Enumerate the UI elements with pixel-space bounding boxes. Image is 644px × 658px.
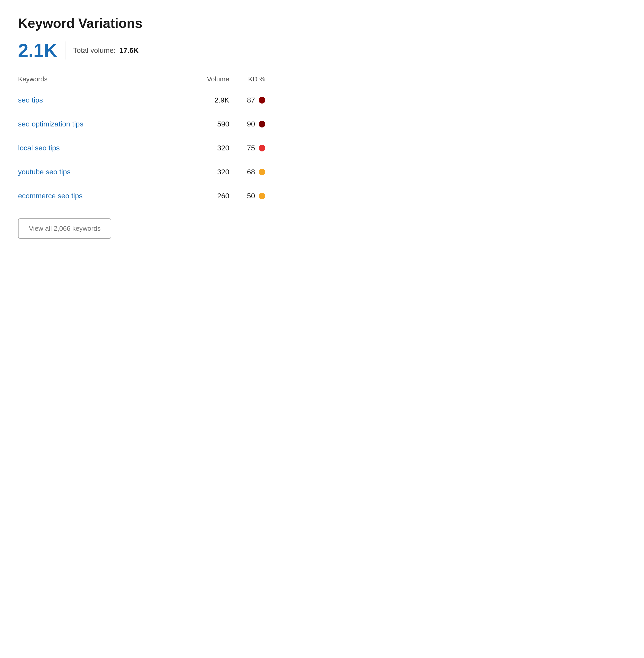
- total-volume-container: Total volume: 17.6K: [73, 46, 139, 54]
- kd-cell: 75: [229, 144, 265, 152]
- kd-difficulty-dot: [259, 121, 265, 127]
- keyword-link[interactable]: seo tips: [18, 96, 188, 104]
- kd-value: 50: [247, 192, 255, 200]
- keyword-link[interactable]: seo optimization tips: [18, 120, 188, 128]
- kd-value: 90: [247, 120, 255, 128]
- keyword-count: 2.1K: [18, 41, 57, 60]
- kd-cell: 90: [229, 120, 265, 128]
- col-header-kd: KD %: [229, 75, 265, 83]
- summary-row: 2.1K Total volume: 17.6K: [18, 41, 265, 60]
- keywords-table: Keywords Volume KD % seo tips2.9K87seo o…: [18, 73, 265, 208]
- volume-cell: 260: [188, 192, 229, 200]
- volume-cell: 2.9K: [188, 96, 229, 104]
- kd-difficulty-dot: [259, 193, 265, 199]
- page-title: Keyword Variations: [18, 16, 265, 31]
- volume-cell: 590: [188, 120, 229, 128]
- total-volume-label: Total volume:: [73, 46, 116, 54]
- table-row: local seo tips32075: [18, 136, 265, 160]
- kd-value: 68: [247, 168, 255, 176]
- view-all-keywords-button[interactable]: View all 2,066 keywords: [18, 218, 111, 239]
- table-row: youtube seo tips32068: [18, 160, 265, 184]
- kd-difficulty-dot: [259, 169, 265, 175]
- kd-cell: 68: [229, 168, 265, 176]
- kd-cell: 50: [229, 192, 265, 200]
- table-row: seo optimization tips59090: [18, 112, 265, 136]
- keyword-link[interactable]: local seo tips: [18, 144, 188, 152]
- table-header: Keywords Volume KD %: [18, 73, 265, 88]
- col-header-keywords: Keywords: [18, 75, 188, 83]
- keyword-link[interactable]: ecommerce seo tips: [18, 192, 188, 200]
- volume-cell: 320: [188, 168, 229, 176]
- volume-cell: 320: [188, 144, 229, 152]
- kd-value: 75: [247, 144, 255, 152]
- table-body: seo tips2.9K87seo optimization tips59090…: [18, 88, 265, 208]
- table-row: seo tips2.9K87: [18, 88, 265, 112]
- total-volume-value: 17.6K: [119, 46, 139, 54]
- vertical-divider: [65, 42, 65, 60]
- kd-value: 87: [247, 96, 255, 104]
- kd-cell: 87: [229, 96, 265, 104]
- kd-difficulty-dot: [259, 145, 265, 151]
- keyword-link[interactable]: youtube seo tips: [18, 168, 188, 176]
- table-row: ecommerce seo tips26050: [18, 184, 265, 208]
- kd-difficulty-dot: [259, 97, 265, 103]
- col-header-volume: Volume: [188, 75, 229, 83]
